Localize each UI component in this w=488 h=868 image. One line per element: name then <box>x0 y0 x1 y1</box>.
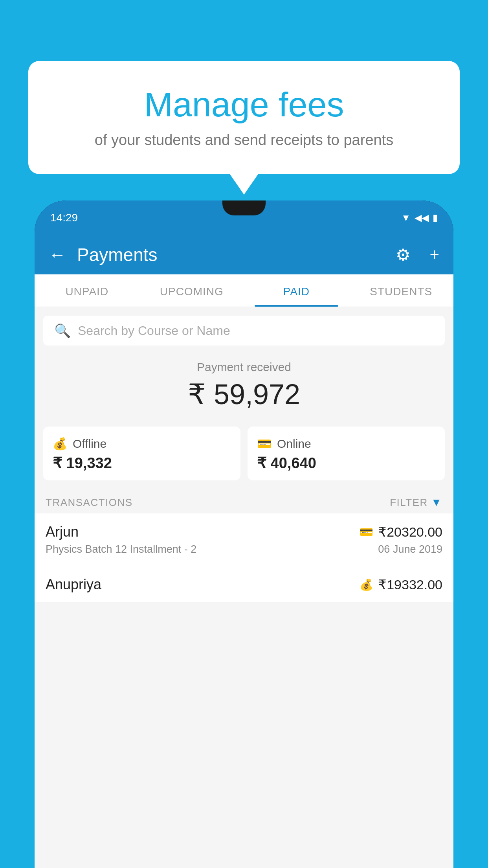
settings-icon[interactable]: ⚙ <box>396 245 411 265</box>
offline-card: 💰 Offline ₹ 19,332 <box>43 427 240 480</box>
online-card: 💳 Online ₹ 40,640 <box>248 427 445 480</box>
back-button[interactable]: ← <box>49 246 66 263</box>
online-label: Online <box>277 437 311 451</box>
transaction-amount: ₹20320.00 <box>378 524 442 540</box>
phone-frame: 14:29 ▼ ◀◀ ▮ ← Payments ⚙ + UNPAID UPCOM… <box>35 200 453 868</box>
search-bar[interactable]: 🔍 Search by Course or Name <box>43 316 445 346</box>
payment-cards-row: 💰 Offline ₹ 19,332 💳 Online ₹ 40,640 <box>35 419 453 489</box>
transaction-row[interactable]: Arjun 💳 ₹20320.00 Physics Batch 12 Insta… <box>35 513 453 566</box>
online-amount: ₹ 40,640 <box>257 454 435 472</box>
transaction-payment-icon: 💰 <box>360 578 373 591</box>
transaction-course: Physics Batch 12 Installment - 2 <box>46 543 196 555</box>
payment-received-label: Payment received <box>43 360 445 374</box>
payment-received-section: Payment received ₹ 59,972 <box>35 346 453 419</box>
speech-bubble-heading: Manage fees <box>48 85 440 125</box>
transaction-amount-wrap: 💳 ₹20320.00 <box>360 524 442 540</box>
transaction-amount-wrap: 💰 ₹19332.00 <box>360 577 442 592</box>
transaction-name: Arjun <box>46 524 79 540</box>
battery-icon: ▮ <box>433 212 438 223</box>
signal-icon: ◀◀ <box>415 212 429 223</box>
phone-screen: UNPAID UPCOMING PAID STUDENTS 🔍 Search b… <box>35 274 453 868</box>
page-title: Payments <box>77 244 377 265</box>
wifi-icon: ▼ <box>401 212 411 223</box>
tab-students[interactable]: STUDENTS <box>349 274 454 307</box>
filter-icon: ▼ <box>431 496 442 509</box>
status-bar: 14:29 ▼ ◀◀ ▮ <box>35 200 453 235</box>
phone-notch <box>222 200 266 215</box>
transaction-row[interactable]: Anupriya 💰 ₹19332.00 <box>35 566 453 602</box>
online-payment-icon: 💳 <box>257 437 272 451</box>
offline-amount: ₹ 19,332 <box>53 454 231 472</box>
search-icon: 🔍 <box>54 323 71 338</box>
transaction-payment-icon: 💳 <box>360 526 373 539</box>
app-header: ← Payments ⚙ + <box>35 235 453 274</box>
status-time: 14:29 <box>50 211 78 224</box>
status-icons: ▼ ◀◀ ▮ <box>401 212 438 223</box>
tab-unpaid[interactable]: UNPAID <box>35 274 139 307</box>
payment-received-amount: ₹ 59,972 <box>43 378 445 411</box>
transactions-label: TRANSACTIONS <box>46 497 133 509</box>
tab-paid[interactable]: PAID <box>244 274 349 307</box>
search-placeholder-text: Search by Course or Name <box>78 324 230 338</box>
transactions-header: TRANSACTIONS FILTER ▼ <box>35 489 453 513</box>
add-icon[interactable]: + <box>429 245 439 264</box>
offline-payment-icon: 💰 <box>53 437 67 451</box>
tab-upcoming[interactable]: UPCOMING <box>139 274 244 307</box>
transaction-name: Anupriya <box>46 576 101 593</box>
transaction-date: 06 June 2019 <box>378 543 442 555</box>
speech-bubble-subtext: of your students and send receipts to pa… <box>48 132 440 149</box>
offline-label: Offline <box>73 437 106 451</box>
tabs-bar: UNPAID UPCOMING PAID STUDENTS <box>35 274 453 307</box>
filter-button[interactable]: FILTER ▼ <box>390 496 442 509</box>
speech-bubble: Manage fees of your students and send re… <box>28 61 460 174</box>
transaction-amount: ₹19332.00 <box>378 577 442 592</box>
